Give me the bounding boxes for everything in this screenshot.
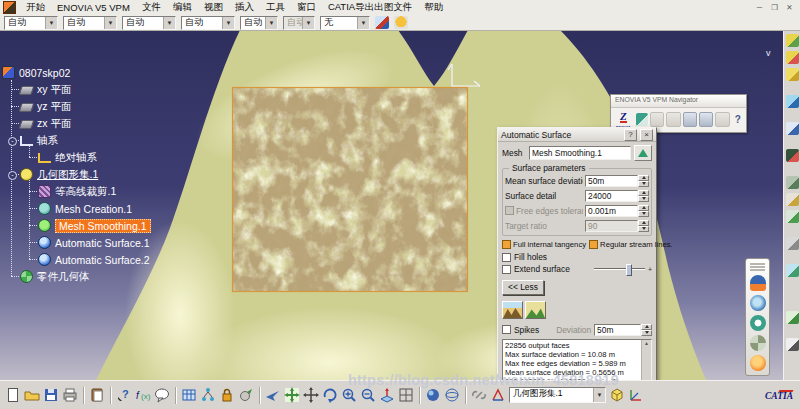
menu-file[interactable]: 文件	[136, 1, 167, 14]
full-internal-tangency-option[interactable]: Full internal tangency	[502, 240, 586, 249]
spikes-checkbox[interactable]	[502, 325, 511, 334]
workspace-icon[interactable]	[699, 112, 713, 127]
tree-node-mesh-creation[interactable]: Mesh Creation.1	[2, 200, 217, 217]
chevron-down-icon[interactable]: ▼	[104, 17, 116, 29]
axis-system-icon[interactable]	[628, 387, 644, 403]
free-edges-spinner[interactable]: 0.001m	[585, 205, 649, 217]
tree-node-automatic-surface-2[interactable]: Automatic Surface.2	[2, 251, 217, 268]
close-button[interactable]: ✕	[783, 2, 796, 13]
collapse-handle[interactable]: -	[8, 171, 17, 180]
fit-all-icon[interactable]	[284, 387, 300, 403]
normal-view-icon[interactable]	[379, 387, 395, 403]
extend-surface-option[interactable]: Extend surface +	[502, 263, 652, 275]
gear-edit-icon[interactable]	[786, 176, 799, 189]
connect-icon[interactable]	[636, 113, 648, 126]
query-icon[interactable]	[683, 112, 697, 127]
point-style-combo[interactable]: 自动▼	[240, 16, 278, 30]
help-icon[interactable]: ?	[732, 113, 744, 126]
save-icon[interactable]	[43, 387, 59, 403]
rotate-icon[interactable]	[322, 387, 338, 403]
checkbox-checked-icon[interactable]	[589, 240, 598, 249]
menu-view[interactable]: 视图	[198, 1, 229, 14]
help-cursor-icon[interactable]: ?	[116, 387, 132, 403]
less-button[interactable]: << Less	[502, 280, 544, 295]
checkbox-icon[interactable]	[502, 265, 511, 274]
gear-tool-icon[interactable]	[750, 335, 766, 351]
comment-icon[interactable]	[154, 387, 170, 403]
minimize-button[interactable]: ─	[753, 2, 766, 13]
checkbox-icon[interactable]	[502, 253, 511, 262]
extend-surface-slider[interactable]: +	[594, 264, 652, 274]
regular-stream-lines-option[interactable]: Regular stream lines.	[589, 240, 673, 249]
fill-holes-option[interactable]: Fill holes	[502, 251, 652, 263]
collapse-handle[interactable]: -	[8, 137, 17, 146]
tree-node-zx-plane[interactable]: zx 平面	[2, 115, 217, 132]
window-icon[interactable]	[786, 122, 799, 135]
table-grid-icon[interactable]	[786, 95, 799, 108]
mesh-terrain[interactable]	[232, 87, 468, 292]
ring-tool-icon[interactable]	[750, 315, 766, 331]
line-weight-combo[interactable]: 自动▼	[181, 16, 235, 30]
zoom-in-icon[interactable]	[341, 387, 357, 403]
menu-help[interactable]: 帮助	[418, 1, 449, 14]
lock-icon[interactable]	[219, 387, 235, 403]
globe-tool-icon[interactable]	[750, 295, 766, 311]
chevron-down-icon[interactable]: ▼	[593, 388, 605, 402]
zoom-out-icon[interactable]	[360, 387, 376, 403]
export-icon[interactable]	[238, 387, 254, 403]
spin-down-icon[interactable]	[638, 181, 649, 187]
spin-down-icon[interactable]	[641, 330, 652, 336]
open-icon[interactable]	[24, 387, 40, 403]
mean-deviation-spinner[interactable]: 50m	[585, 175, 649, 187]
plant-icon[interactable]	[786, 311, 799, 324]
tree-node-xy-plane[interactable]: xy 平面	[2, 81, 217, 98]
floating-tool-palette[interactable]	[745, 258, 770, 376]
mesh-input[interactable]: Mesh Smoothing.1	[529, 146, 631, 160]
menu-catia-export[interactable]: CATIA导出出图文件	[322, 1, 418, 14]
chevron-down-icon[interactable]: ▼	[357, 17, 369, 29]
menu-tools[interactable]: 工具	[260, 1, 291, 14]
cursor-icon[interactable]	[786, 338, 799, 351]
menu-start[interactable]: 开始	[20, 1, 51, 14]
fly-icon[interactable]	[265, 387, 281, 403]
spin-down-icon[interactable]	[638, 196, 649, 202]
shading-icon[interactable]	[425, 387, 441, 403]
wireframe-icon[interactable]	[444, 387, 460, 403]
box-icon[interactable]	[609, 387, 625, 403]
palette-grip[interactable]	[750, 262, 765, 271]
catalog-icon[interactable]	[786, 34, 799, 47]
user-tool-icon[interactable]	[750, 275, 766, 291]
3d-viewport[interactable]: v - - 0807skp02 xy 平面 yz 平面 zx 平面	[0, 30, 800, 380]
checkbox-checked-icon[interactable]	[502, 240, 511, 249]
multi-view-icon[interactable]	[398, 387, 414, 403]
tree-node-yz-plane[interactable]: yz 平面	[2, 98, 217, 115]
slider-thumb[interactable]	[626, 264, 632, 276]
save-version-icon[interactable]	[786, 51, 799, 64]
new-file-icon[interactable]	[5, 387, 21, 403]
restore-button[interactable]: ❐	[768, 2, 781, 13]
tree-node-root[interactable]: 0807skp02	[2, 64, 217, 81]
knowledge-fx-icon[interactable]: f(x)	[135, 387, 151, 403]
screen-icon[interactable]	[786, 149, 799, 162]
working-set-combo[interactable]: 几何图形集.1 ▼	[509, 387, 606, 403]
menu-insert[interactable]: 插入	[229, 1, 260, 14]
brush-icon[interactable]	[786, 210, 799, 223]
tree-node-absolute-axis[interactable]: 绝对轴系	[2, 149, 217, 166]
chevron-down-icon[interactable]: ▼	[45, 17, 57, 29]
dialog-titlebar[interactable]: Automatic Surface ? ×	[498, 128, 656, 142]
chevron-down-icon[interactable]: ▼	[163, 17, 175, 29]
surface-detail-spinner[interactable]: 24000	[585, 190, 649, 202]
link-icon[interactable]	[471, 387, 487, 403]
menu-edit[interactable]: 编辑	[167, 1, 198, 14]
pan-icon[interactable]	[303, 387, 319, 403]
structure-icon[interactable]	[200, 387, 216, 403]
line-type-combo[interactable]: 自动▼	[122, 16, 176, 30]
print-icon[interactable]	[62, 387, 78, 403]
scroll-up-icon[interactable]: ▲	[644, 340, 649, 346]
painter-icon[interactable]	[375, 16, 389, 29]
tree-node-mesh-smoothing[interactable]: Mesh Smoothing.1	[2, 217, 217, 234]
spikes-view-button[interactable]	[502, 301, 523, 319]
dialog-close-button[interactable]: ×	[640, 129, 653, 141]
automatic-surface-dialog[interactable]: Automatic Surface ? × Mesh Mesh Smoothin…	[497, 127, 657, 403]
chevron-down-icon[interactable]: ▼	[222, 17, 234, 29]
